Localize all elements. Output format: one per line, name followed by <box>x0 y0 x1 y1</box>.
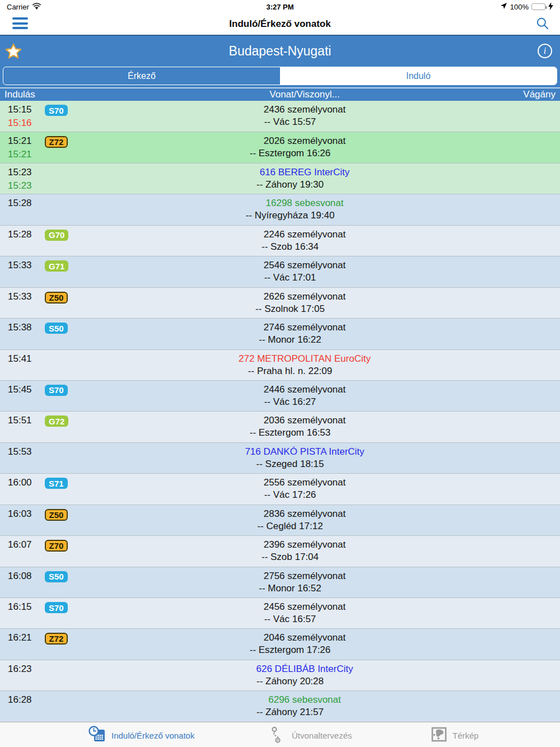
train-info: 6296 sebesvonat -- Záhony 21:57 <box>49 691 560 718</box>
train-destination: -- Vác 17:01 <box>35 272 545 283</box>
scheduled-time: 16:23 <box>8 664 32 675</box>
table-header-row: Indulás Vonat/Viszonyl... Vágány <box>0 87 560 101</box>
scheduled-time: 15:45 <box>8 384 32 395</box>
train-destination: -- Szeged 18:15 <box>35 459 545 470</box>
train-row[interactable]: 15:15 15:16 S70 2436 személyvonat -- Vác… <box>0 101 560 132</box>
train-destination: -- Esztergom 17:26 <box>35 645 545 656</box>
train-row[interactable]: 16:21 Z72 2046 személyvonat -- Esztergom… <box>0 628 560 659</box>
train-name: 2546 személyvonat <box>49 260 560 271</box>
tab-route-planner[interactable]: Útvonaltervezés <box>269 722 352 747</box>
tab-label: Induló/Érkező vonatok <box>111 731 194 740</box>
status-bar: Carrier 3:27 PM 100% <box>0 0 560 13</box>
train-info: 2746 személyvonat -- Monor 16:22 <box>49 319 560 346</box>
train-name: 2436 személyvonat <box>49 104 560 115</box>
train-destination: -- Esztergom 16:53 <box>35 427 545 438</box>
train-row[interactable]: 16:23 626 DÉLIBÁB InterCity -- Záhony 20… <box>0 660 560 690</box>
train-info: 16298 sebesvonat -- Nyíregyháza 19:40 <box>49 194 560 221</box>
train-row[interactable]: 15:21 15:21 Z72 2026 személyvonat -- Esz… <box>0 132 560 162</box>
train-destination: -- Esztergom 16:26 <box>35 148 545 159</box>
scheduled-time: 15:33 <box>8 291 32 302</box>
scheduled-time: 15:53 <box>8 446 32 457</box>
train-destination: -- Vác 16:27 <box>35 396 545 408</box>
tab-label: Útvonaltervezés <box>292 731 352 740</box>
train-destination: -- Szob 17:04 <box>35 552 545 563</box>
train-info: 2396 személyvonat -- Szob 17:04 <box>49 536 560 563</box>
train-list: 15:15 15:16 S70 2436 személyvonat -- Vác… <box>0 101 560 722</box>
battery-icon <box>531 3 545 10</box>
train-row[interactable]: 15:45 S70 2446 személyvonat -- Vác 16:27 <box>0 380 560 411</box>
tab-label: Térkép <box>452 731 479 740</box>
scheduled-time: 15:28 <box>8 229 32 240</box>
tab-map[interactable]: Térkép <box>430 722 479 747</box>
train-row[interactable]: 16:08 S50 2756 személyvonat -- Monor 16:… <box>0 567 560 597</box>
tab-departing-arriving-trains[interactable]: Induló/Érkező vonatok <box>88 722 194 747</box>
train-row[interactable]: 15:53 716 DANKÓ PISTA InterCity -- Szege… <box>0 442 560 473</box>
train-name: 272 METROPOLITAN EuroCity <box>49 353 560 365</box>
column-header-track: Vágány <box>523 89 556 100</box>
scheduled-time: 15:15 <box>8 104 32 115</box>
actual-time: 15:16 <box>8 118 32 129</box>
train-info: 2626 személyvonat -- Szolnok 17:05 <box>49 288 560 315</box>
train-row[interactable]: 15:41 272 METROPOLITAN EuroCity -- Praha… <box>0 349 560 380</box>
train-name: 616 BEREG InterCity <box>49 167 560 178</box>
train-destination: -- Vác 16:57 <box>35 614 545 625</box>
scheduled-time: 16:07 <box>8 539 32 550</box>
train-name: 2446 személyvonat <box>49 384 560 395</box>
info-icon[interactable]: i <box>538 44 552 58</box>
train-name: 2246 személyvonat <box>49 229 560 240</box>
train-row[interactable]: 15:51 G72 2036 személyvonat -- Esztergom… <box>0 411 560 442</box>
train-row[interactable]: 15:28 G70 2246 személyvonat -- Szob 16:3… <box>0 225 560 256</box>
train-info: 716 DANKÓ PISTA InterCity -- Szeged 18:1… <box>49 443 560 470</box>
train-row[interactable]: 16:15 S70 2456 személyvonat -- Vác 16:57 <box>0 597 560 628</box>
train-row[interactable]: 16:03 Z50 2836 személyvonat -- Cegléd 17… <box>0 505 560 535</box>
scheduled-time: 16:15 <box>8 601 32 613</box>
train-info: 2036 személyvonat -- Esztergom 16:53 <box>49 412 560 438</box>
train-destination: -- Vác 17:26 <box>35 489 545 501</box>
column-header-departure: Indulás <box>4 89 35 100</box>
scheduled-time: 15:51 <box>8 415 32 426</box>
train-row[interactable]: 15:23 15:23 616 BEREG InterCity -- Záhon… <box>0 163 560 194</box>
train-name: 2756 személyvonat <box>49 571 560 582</box>
train-destination: -- Monor 16:52 <box>35 583 545 594</box>
scheduled-time: 16:21 <box>8 632 32 643</box>
segment-arriving[interactable]: Érkező <box>3 67 280 85</box>
train-row[interactable]: 16:28 6296 sebesvonat -- Záhony 21:57 <box>0 690 560 721</box>
map-globe-icon <box>430 726 447 745</box>
train-row[interactable]: 15:38 S50 2746 személyvonat -- Monor 16:… <box>0 318 560 349</box>
train-info: 2556 személyvonat -- Vác 17:26 <box>49 474 560 501</box>
train-name: 2036 személyvonat <box>49 415 560 426</box>
scheduled-time: 15:28 <box>8 198 32 209</box>
train-info: 272 METROPOLITAN EuroCity -- Praha hl. n… <box>49 350 560 377</box>
train-name: 2396 személyvonat <box>49 539 560 550</box>
train-name: 2746 személyvonat <box>49 322 560 333</box>
train-name: 2626 személyvonat <box>49 291 560 302</box>
clock-label: 3:27 PM <box>0 3 560 11</box>
train-info: 2546 személyvonat -- Vác 17:01 <box>49 256 560 283</box>
station-header: Budapest-Nyugati i Érkező Induló Indulás… <box>0 35 560 101</box>
train-name: 716 DANKÓ PISTA InterCity <box>49 446 560 457</box>
scheduled-time: 15:41 <box>8 353 32 365</box>
train-row[interactable]: 16:07 Z70 2396 személyvonat -- Szob 17:0… <box>0 535 560 566</box>
train-row[interactable]: 15:33 G71 2546 személyvonat -- Vác 17:01 <box>0 256 560 287</box>
train-destination: -- Szolnok 17:05 <box>35 304 545 315</box>
train-destination: -- Záhony 21:57 <box>35 707 545 718</box>
train-info: 2026 személyvonat -- Esztergom 16:26 <box>49 132 560 159</box>
train-destination: -- Vác 15:57 <box>35 116 545 128</box>
train-destination: -- Záhony 19:30 <box>35 179 545 190</box>
train-info: 2756 személyvonat -- Monor 16:52 <box>49 567 560 594</box>
train-row[interactable]: 15:28 16298 sebesvonat -- Nyíregyháza 19… <box>0 194 560 225</box>
train-name: 626 DÉLIBÁB InterCity <box>49 664 560 675</box>
train-destination: -- Záhony 20:28 <box>35 676 545 687</box>
scheduled-time: 16:28 <box>8 694 32 706</box>
station-name: Budapest-Nyugati <box>0 44 560 59</box>
route-pins-icon <box>269 726 287 745</box>
segment-departing[interactable]: Induló <box>280 67 557 85</box>
train-destination: -- Praha hl. n. 22:09 <box>35 366 545 377</box>
column-header-train: Vonat/Viszonyl... <box>49 89 560 100</box>
bottom-tab-bar: Induló/Érkező vonatok Útvonaltervezés Té… <box>0 722 560 747</box>
search-icon[interactable] <box>535 16 550 31</box>
train-row[interactable]: 15:33 Z50 2626 személyvonat -- Szolnok 1… <box>0 287 560 318</box>
train-info: 2046 személyvonat -- Esztergom 17:26 <box>49 629 560 656</box>
train-row[interactable]: 16:00 S71 2556 személyvonat -- Vác 17:26 <box>0 473 560 504</box>
scheduled-time: 15:38 <box>8 322 32 333</box>
